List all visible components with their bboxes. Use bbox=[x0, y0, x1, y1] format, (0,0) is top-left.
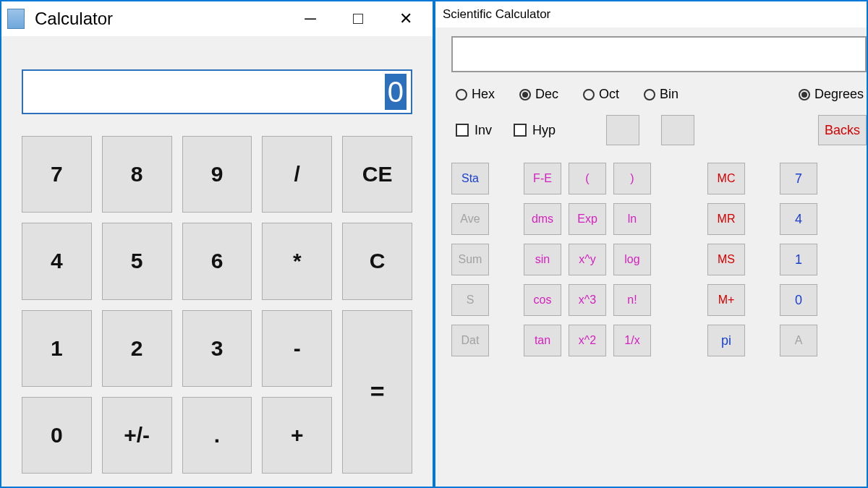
key-negate[interactable]: +/- bbox=[102, 397, 172, 474]
key-1[interactable]: 1 bbox=[22, 310, 92, 387]
radio-circle-icon bbox=[799, 89, 810, 100]
radio-oct[interactable]: Oct bbox=[583, 87, 619, 102]
checkbox-inv[interactable]: Inv bbox=[456, 123, 492, 138]
window-title: Calculator bbox=[35, 9, 286, 29]
calculator-app-icon bbox=[7, 9, 25, 29]
func-cos-button[interactable]: cos bbox=[524, 284, 561, 316]
sci-row: Dat tan x^2 1/x pi A bbox=[451, 325, 867, 356]
maximize-button[interactable] bbox=[334, 3, 382, 35]
radio-dec-label: Dec bbox=[535, 87, 558, 102]
sci-display bbox=[451, 36, 867, 72]
disabled-box bbox=[661, 115, 694, 145]
basic-keypad: 7 8 9 / CE 4 5 6 * C 1 2 3 - = 0 +/- . + bbox=[22, 136, 412, 474]
func-log-button[interactable]: log bbox=[613, 244, 651, 275]
func-exp-button[interactable]: Exp bbox=[569, 203, 606, 235]
func-dms-button[interactable]: dms bbox=[524, 203, 561, 235]
func-sin-button[interactable]: sin bbox=[524, 244, 561, 275]
key-4[interactable]: 4 bbox=[22, 223, 92, 299]
checkbox-hyp[interactable]: Hyp bbox=[514, 123, 556, 138]
radio-bin-label: Bin bbox=[660, 87, 678, 102]
func-factorial-button[interactable]: n! bbox=[613, 284, 651, 316]
key-7[interactable]: 7 bbox=[22, 136, 92, 213]
key-9[interactable]: 9 bbox=[182, 136, 252, 213]
sci-row: Ave dms Exp ln MR 4 bbox=[451, 203, 867, 235]
func-fe-button[interactable]: F-E bbox=[524, 163, 561, 194]
stat-dat-button[interactable]: Dat bbox=[451, 325, 489, 356]
func-ln-button[interactable]: ln bbox=[613, 203, 651, 235]
basic-display: 0 bbox=[22, 69, 412, 114]
checkbox-hyp-label: Hyp bbox=[532, 123, 556, 138]
stat-ave-button[interactable]: Ave bbox=[451, 203, 489, 235]
disabled-box bbox=[606, 115, 639, 145]
stat-sum-button[interactable]: Sum bbox=[451, 244, 489, 275]
key-subtract[interactable]: - bbox=[262, 310, 332, 387]
key-3[interactable]: 3 bbox=[182, 310, 252, 387]
basic-client-area: 0 7 8 9 / CE 4 5 6 * C 1 2 3 - = 0 +/- .… bbox=[1, 36, 433, 487]
stat-s-button[interactable]: S bbox=[451, 284, 489, 316]
hex-a-button[interactable]: A bbox=[780, 325, 817, 356]
func-x2-button[interactable]: x^2 bbox=[569, 325, 606, 356]
key-8[interactable]: 8 bbox=[102, 136, 172, 213]
sci-client-area: Hex Dec Oct Bin Degrees Inv bbox=[435, 27, 867, 487]
key-0[interactable]: 0 bbox=[22, 397, 92, 474]
radio-degrees[interactable]: Degrees bbox=[799, 87, 864, 102]
scientific-calculator-window: Scientific Calculator Hex Dec Oct Bin bbox=[434, 0, 868, 488]
num-0-button[interactable]: 0 bbox=[780, 284, 817, 316]
num-4-button[interactable]: 4 bbox=[780, 203, 817, 235]
func-tan-button[interactable]: tan bbox=[524, 325, 561, 356]
key-clear-entry[interactable]: CE bbox=[342, 136, 412, 213]
modifier-row: Inv Hyp Backs bbox=[451, 115, 867, 145]
func-inverse-button[interactable]: 1/x bbox=[613, 325, 651, 356]
backspace-label: Backs bbox=[825, 123, 860, 138]
func-rparen-button[interactable]: ) bbox=[613, 163, 651, 194]
checkbox-inv-label: Inv bbox=[475, 123, 492, 138]
radio-bin[interactable]: Bin bbox=[644, 87, 678, 102]
radio-circle-icon bbox=[456, 89, 467, 100]
key-multiply[interactable]: * bbox=[262, 223, 332, 299]
radio-hex-label: Hex bbox=[472, 87, 495, 102]
key-clear[interactable]: C bbox=[342, 223, 412, 299]
sci-row: S cos x^3 n! M+ 0 bbox=[451, 284, 867, 316]
checkbox-icon bbox=[456, 124, 469, 137]
key-divide[interactable]: / bbox=[262, 136, 332, 213]
key-add[interactable]: + bbox=[262, 397, 332, 474]
sci-keypad: Sta F-E ( ) MC 7 Ave dms Exp ln MR 4 bbox=[451, 163, 867, 479]
sci-row: Sta F-E ( ) MC 7 bbox=[451, 163, 867, 194]
mem-mr-button[interactable]: MR bbox=[707, 203, 745, 235]
minimize-button[interactable]: ─ bbox=[286, 3, 334, 35]
radio-oct-label: Oct bbox=[599, 87, 619, 102]
mem-ms-button[interactable]: MS bbox=[707, 244, 745, 275]
key-decimal[interactable]: . bbox=[182, 397, 252, 474]
base-radio-group: Hex Dec Oct Bin Degrees bbox=[451, 87, 867, 102]
basic-calculator-window: Calculator ─ ✕ 0 7 8 9 / CE 4 5 6 * C 1 … bbox=[0, 0, 434, 488]
radio-circle-icon bbox=[519, 89, 531, 100]
key-5[interactable]: 5 bbox=[102, 223, 172, 299]
mem-mplus-button[interactable]: M+ bbox=[707, 284, 745, 316]
num-7-button[interactable]: 7 bbox=[780, 163, 817, 194]
backspace-button[interactable]: Backs bbox=[818, 115, 867, 145]
func-x3-button[interactable]: x^3 bbox=[569, 284, 606, 316]
radio-dec[interactable]: Dec bbox=[519, 87, 558, 102]
radio-circle-icon bbox=[583, 89, 595, 100]
sci-row: Sum sin x^y log MS 1 bbox=[451, 244, 867, 275]
key-2[interactable]: 2 bbox=[102, 310, 172, 387]
key-equals[interactable]: = bbox=[342, 310, 412, 474]
sci-window-title: Scientific Calculator bbox=[443, 7, 550, 22]
radio-degrees-label: Degrees bbox=[814, 87, 864, 102]
pi-button[interactable]: pi bbox=[707, 325, 745, 356]
radio-hex[interactable]: Hex bbox=[456, 87, 495, 102]
basic-display-value: 0 bbox=[385, 74, 407, 110]
checkbox-icon bbox=[514, 124, 527, 137]
num-1-button[interactable]: 1 bbox=[780, 244, 817, 275]
titlebar: Calculator ─ ✕ bbox=[1, 1, 433, 36]
func-lparen-button[interactable]: ( bbox=[569, 163, 606, 194]
func-xy-button[interactable]: x^y bbox=[569, 244, 606, 275]
radio-circle-icon bbox=[644, 89, 655, 100]
key-6[interactable]: 6 bbox=[182, 223, 252, 299]
close-button[interactable]: ✕ bbox=[382, 3, 430, 35]
sci-titlebar: Scientific Calculator bbox=[435, 1, 867, 27]
mem-mc-button[interactable]: MC bbox=[707, 163, 745, 194]
stat-sta-button[interactable]: Sta bbox=[451, 163, 489, 194]
